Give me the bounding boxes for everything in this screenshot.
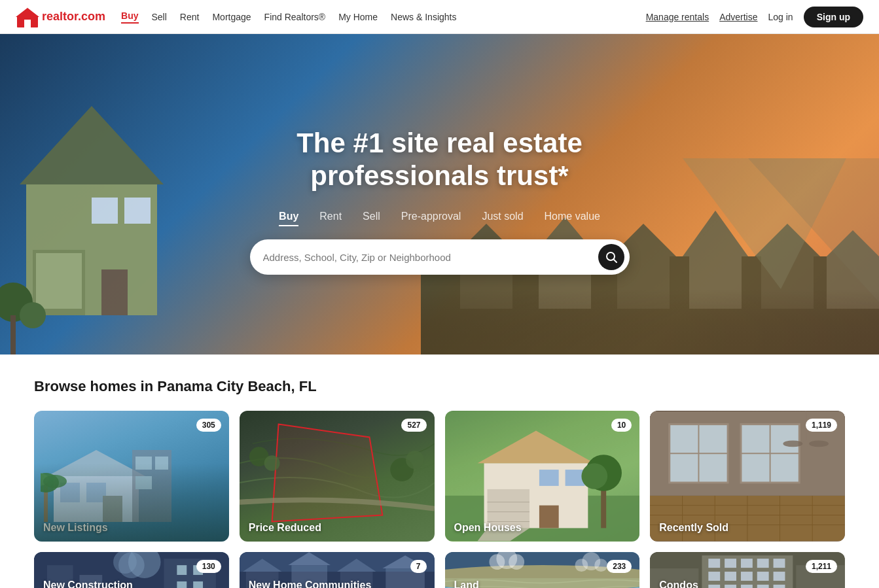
svg-point-82 [802, 440, 809, 447]
card-new-construction[interactable]: New Construction 130 [34, 552, 229, 588]
svg-rect-131 [757, 585, 769, 588]
svg-rect-92 [177, 581, 187, 588]
hero-content: The #1 site real estate professionals tr… [0, 34, 879, 355]
browse-section: Browse homes in Panama City Beach, FL [0, 355, 879, 588]
svg-line-30 [614, 260, 617, 262]
svg-rect-90 [177, 565, 187, 575]
login-button[interactable]: Log in [768, 12, 793, 22]
svg-marker-32 [47, 450, 145, 476]
nav-advertise[interactable]: Advertise [719, 12, 757, 22]
nav-mortgage[interactable]: Mortgage [212, 12, 251, 22]
svg-rect-128 [709, 585, 721, 588]
svg-rect-39 [155, 457, 168, 470]
card-price-reduced[interactable]: Price Reduced 527 [240, 411, 435, 542]
card-land-label: Land [454, 579, 479, 588]
svg-point-84 [809, 440, 829, 447]
svg-point-43 [43, 475, 67, 488]
tab-sell[interactable]: Sell [363, 211, 380, 226]
card-recently-sold[interactable]: Recently Sold 1,119 [650, 411, 845, 542]
nav-links: Buy Sell Rent Mortgage Find Realtors® My… [121, 10, 646, 24]
tab-home-value[interactable]: Home value [545, 211, 600, 226]
card-open-houses-badge: 10 [611, 419, 632, 432]
svg-point-45 [264, 455, 279, 471]
hero-section: The #1 site real estate professionals tr… [0, 34, 879, 355]
svg-rect-120 [741, 559, 753, 568]
svg-rect-93 [193, 581, 203, 588]
svg-rect-58 [539, 506, 558, 528]
card-new-listings[interactable]: New Listings 305 [34, 411, 229, 542]
nav-rent[interactable]: Rent [180, 12, 200, 22]
svg-rect-56 [539, 470, 558, 486]
card-new-listings-badge: 305 [196, 419, 221, 432]
svg-point-41 [41, 473, 59, 493]
svg-rect-125 [741, 572, 753, 581]
svg-rect-122 [774, 559, 785, 568]
search-icon [605, 251, 617, 263]
card-land[interactable]: Land 233 [445, 552, 640, 588]
svg-marker-1 [16, 8, 39, 17]
nav-my-home[interactable]: My Home [338, 12, 378, 22]
svg-point-42 [41, 473, 49, 486]
card-new-home-communities[interactable]: New Home Communities 7 [240, 552, 435, 588]
card-land-badge: 233 [607, 560, 632, 573]
svg-rect-34 [86, 483, 106, 502]
svg-rect-38 [135, 476, 152, 489]
card-new-home-communities-label: New Home Communities [249, 579, 372, 588]
card-recently-sold-badge: 1,119 [806, 419, 837, 432]
search-bar [250, 239, 630, 275]
svg-rect-106 [240, 552, 435, 572]
svg-rect-123 [709, 572, 721, 581]
logo[interactable]: realtor.com [16, 7, 105, 27]
svg-rect-129 [725, 585, 736, 588]
svg-rect-35 [103, 496, 122, 522]
nav-manage-rentals[interactable]: Manage rentals [646, 12, 709, 22]
cards-grid-top: New Listings 305 Price Reduced 527 [34, 411, 845, 542]
card-price-reduced-label: Price Reduced [249, 522, 321, 534]
svg-point-29 [607, 252, 615, 260]
nav-sell[interactable]: Sell [152, 12, 167, 22]
card-condos-label: Condos [659, 579, 698, 588]
logo-text: realtor.com [42, 10, 105, 24]
svg-rect-31 [54, 476, 139, 522]
tab-rent[interactable]: Rent [319, 211, 342, 226]
search-button[interactable] [598, 244, 624, 270]
hero-tabs: Buy Rent Sell Pre-approval Just sold Hom… [279, 211, 600, 226]
svg-rect-118 [709, 559, 721, 568]
new-listings-illustration [41, 443, 185, 522]
svg-point-47 [406, 451, 424, 469]
card-new-construction-badge: 130 [196, 560, 221, 573]
cards-grid-bottom-wrapper: New Construction 130 [34, 552, 845, 588]
nav-buy[interactable]: Buy [121, 10, 138, 24]
card-open-houses[interactable]: Open Houses 10 [445, 411, 640, 542]
card-new-home-communities-badge: 7 [410, 560, 427, 573]
svg-rect-37 [135, 457, 152, 470]
card-condos[interactable]: Condos 1,211 [650, 552, 845, 588]
navbar: realtor.com Buy Sell Rent Mortgage Find … [0, 0, 879, 34]
svg-rect-40 [44, 483, 48, 522]
svg-rect-127 [774, 572, 785, 581]
tab-buy[interactable]: Buy [279, 211, 298, 226]
svg-rect-132 [774, 585, 785, 588]
svg-rect-126 [757, 572, 769, 581]
svg-point-61 [581, 463, 607, 489]
svg-rect-2 [24, 20, 31, 27]
card-price-reduced-badge: 527 [401, 419, 426, 432]
search-input[interactable] [263, 252, 598, 263]
svg-rect-33 [60, 483, 80, 502]
card-condos-badge: 1,211 [806, 560, 837, 573]
signup-button[interactable]: Sign up [804, 7, 863, 27]
tab-just-sold[interactable]: Just sold [482, 211, 523, 226]
browse-title: Browse homes in Panama City Beach, FL [34, 378, 845, 395]
nav-find-realtors[interactable]: Find Realtors® [264, 12, 326, 22]
nav-right: Manage rentals Advertise Log in Sign up [646, 7, 863, 27]
cards-grid-bottom: New Construction 130 [34, 552, 845, 588]
svg-rect-130 [741, 585, 753, 588]
svg-rect-121 [757, 559, 769, 568]
svg-rect-124 [725, 572, 736, 581]
tab-pre-approval[interactable]: Pre-approval [401, 211, 461, 226]
svg-point-115 [594, 559, 607, 572]
svg-point-83 [783, 440, 803, 447]
card-open-houses-label: Open Houses [454, 522, 522, 534]
nav-news-insights[interactable]: News & Insights [391, 12, 456, 22]
svg-rect-119 [725, 559, 736, 568]
